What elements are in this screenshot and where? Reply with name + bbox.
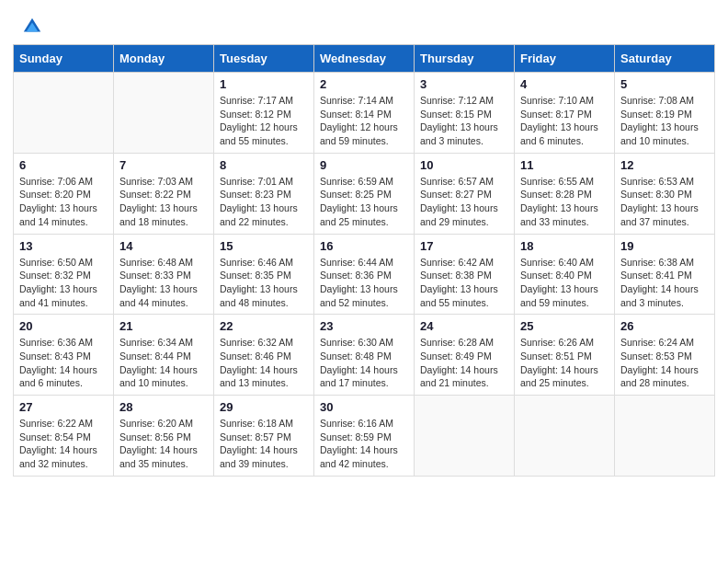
day-detail: Sunrise: 6:26 AM Sunset: 8:51 PM Dayligh… bbox=[520, 336, 609, 390]
week-row-1: 1Sunrise: 7:17 AM Sunset: 8:12 PM Daylig… bbox=[14, 73, 715, 154]
day-detail: Sunrise: 6:36 AM Sunset: 8:43 PM Dayligh… bbox=[19, 336, 108, 390]
day-detail: Sunrise: 6:44 AM Sunset: 8:36 PM Dayligh… bbox=[320, 256, 408, 310]
day-number: 27 bbox=[19, 400, 108, 414]
calendar-cell: 10Sunrise: 6:57 AM Sunset: 8:27 PM Dayli… bbox=[415, 153, 515, 234]
day-detail: Sunrise: 6:50 AM Sunset: 8:32 PM Dayligh… bbox=[19, 256, 108, 310]
calendar-cell: 5Sunrise: 7:08 AM Sunset: 8:19 PM Daylig… bbox=[615, 73, 715, 154]
week-row-2: 6Sunrise: 7:06 AM Sunset: 8:20 PM Daylig… bbox=[14, 153, 715, 234]
day-number: 11 bbox=[520, 158, 609, 172]
calendar-cell: 30Sunrise: 6:16 AM Sunset: 8:59 PM Dayli… bbox=[314, 396, 415, 477]
day-detail: Sunrise: 7:01 AM Sunset: 8:23 PM Dayligh… bbox=[220, 175, 308, 229]
calendar-cell bbox=[14, 73, 114, 154]
calendar-cell: 15Sunrise: 6:46 AM Sunset: 8:35 PM Dayli… bbox=[214, 234, 314, 315]
day-number: 7 bbox=[119, 158, 208, 172]
calendar-cell: 7Sunrise: 7:03 AM Sunset: 8:22 PM Daylig… bbox=[114, 153, 214, 234]
calendar-cell: 12Sunrise: 6:53 AM Sunset: 8:30 PM Dayli… bbox=[615, 153, 715, 234]
day-number: 19 bbox=[620, 239, 709, 253]
calendar-cell: 13Sunrise: 6:50 AM Sunset: 8:32 PM Dayli… bbox=[14, 234, 114, 315]
day-detail: Sunrise: 6:42 AM Sunset: 8:38 PM Dayligh… bbox=[420, 256, 508, 310]
calendar-cell bbox=[415, 396, 515, 477]
day-number: 6 bbox=[19, 158, 108, 172]
week-row-5: 27Sunrise: 6:22 AM Sunset: 8:54 PM Dayli… bbox=[14, 396, 715, 477]
calendar-header-row: SundayMondayTuesdayWednesdayThursdayFrid… bbox=[14, 45, 715, 73]
day-detail: Sunrise: 6:38 AM Sunset: 8:41 PM Dayligh… bbox=[620, 256, 709, 310]
day-detail: Sunrise: 6:24 AM Sunset: 8:53 PM Dayligh… bbox=[620, 336, 709, 390]
page-header bbox=[0, 0, 728, 44]
day-number: 21 bbox=[119, 319, 208, 333]
calendar-cell: 24Sunrise: 6:28 AM Sunset: 8:49 PM Dayli… bbox=[415, 315, 515, 396]
day-detail: Sunrise: 6:40 AM Sunset: 8:40 PM Dayligh… bbox=[520, 256, 609, 310]
calendar-cell: 6Sunrise: 7:06 AM Sunset: 8:20 PM Daylig… bbox=[14, 153, 114, 234]
calendar-cell: 22Sunrise: 6:32 AM Sunset: 8:46 PM Dayli… bbox=[214, 315, 314, 396]
calendar-cell: 25Sunrise: 6:26 AM Sunset: 8:51 PM Dayli… bbox=[515, 315, 615, 396]
day-header-sunday: Sunday bbox=[14, 45, 114, 73]
day-detail: Sunrise: 6:22 AM Sunset: 8:54 PM Dayligh… bbox=[19, 417, 108, 471]
day-detail: Sunrise: 7:14 AM Sunset: 8:14 PM Dayligh… bbox=[320, 94, 408, 148]
day-number: 14 bbox=[119, 239, 208, 253]
calendar-cell: 26Sunrise: 6:24 AM Sunset: 8:53 PM Dayli… bbox=[615, 315, 715, 396]
week-row-3: 13Sunrise: 6:50 AM Sunset: 8:32 PM Dayli… bbox=[14, 234, 715, 315]
calendar-cell: 14Sunrise: 6:48 AM Sunset: 8:33 PM Dayli… bbox=[114, 234, 214, 315]
day-header-saturday: Saturday bbox=[615, 45, 715, 73]
calendar-cell: 1Sunrise: 7:17 AM Sunset: 8:12 PM Daylig… bbox=[214, 73, 314, 154]
day-number: 22 bbox=[220, 319, 308, 333]
day-number: 28 bbox=[119, 400, 208, 414]
calendar-cell: 11Sunrise: 6:55 AM Sunset: 8:28 PM Dayli… bbox=[515, 153, 615, 234]
day-header-thursday: Thursday bbox=[415, 45, 515, 73]
week-row-4: 20Sunrise: 6:36 AM Sunset: 8:43 PM Dayli… bbox=[14, 315, 715, 396]
day-number: 2 bbox=[320, 77, 408, 91]
day-number: 23 bbox=[320, 319, 408, 333]
logo bbox=[22, 17, 46, 37]
day-number: 8 bbox=[220, 158, 308, 172]
calendar-cell: 18Sunrise: 6:40 AM Sunset: 8:40 PM Dayli… bbox=[515, 234, 615, 315]
day-number: 13 bbox=[19, 239, 108, 253]
day-detail: Sunrise: 6:20 AM Sunset: 8:56 PM Dayligh… bbox=[119, 417, 208, 471]
day-number: 3 bbox=[420, 77, 508, 91]
day-header-monday: Monday bbox=[114, 45, 214, 73]
day-detail: Sunrise: 7:03 AM Sunset: 8:22 PM Dayligh… bbox=[119, 175, 208, 229]
day-number: 12 bbox=[620, 158, 709, 172]
day-number: 30 bbox=[320, 400, 408, 414]
calendar-cell: 19Sunrise: 6:38 AM Sunset: 8:41 PM Dayli… bbox=[615, 234, 715, 315]
day-number: 17 bbox=[420, 239, 508, 253]
day-number: 16 bbox=[320, 239, 408, 253]
day-number: 4 bbox=[520, 77, 609, 91]
logo-icon bbox=[22, 17, 42, 37]
day-number: 29 bbox=[220, 400, 308, 414]
calendar-cell: 8Sunrise: 7:01 AM Sunset: 8:23 PM Daylig… bbox=[214, 153, 314, 234]
calendar-cell: 27Sunrise: 6:22 AM Sunset: 8:54 PM Dayli… bbox=[14, 396, 114, 477]
day-number: 25 bbox=[520, 319, 609, 333]
day-detail: Sunrise: 6:16 AM Sunset: 8:59 PM Dayligh… bbox=[320, 417, 408, 471]
calendar-table: SundayMondayTuesdayWednesdayThursdayFrid… bbox=[13, 44, 715, 477]
day-detail: Sunrise: 7:12 AM Sunset: 8:15 PM Dayligh… bbox=[420, 94, 508, 148]
day-detail: Sunrise: 7:06 AM Sunset: 8:20 PM Dayligh… bbox=[19, 175, 108, 229]
calendar-cell: 20Sunrise: 6:36 AM Sunset: 8:43 PM Dayli… bbox=[14, 315, 114, 396]
day-number: 9 bbox=[320, 158, 408, 172]
calendar-cell: 9Sunrise: 6:59 AM Sunset: 8:25 PM Daylig… bbox=[314, 153, 415, 234]
day-detail: Sunrise: 6:59 AM Sunset: 8:25 PM Dayligh… bbox=[320, 175, 408, 229]
day-detail: Sunrise: 6:18 AM Sunset: 8:57 PM Dayligh… bbox=[220, 417, 308, 471]
day-header-wednesday: Wednesday bbox=[314, 45, 415, 73]
day-number: 5 bbox=[620, 77, 709, 91]
calendar-cell: 29Sunrise: 6:18 AM Sunset: 8:57 PM Dayli… bbox=[214, 396, 314, 477]
day-number: 24 bbox=[420, 319, 508, 333]
calendar-cell: 2Sunrise: 7:14 AM Sunset: 8:14 PM Daylig… bbox=[314, 73, 415, 154]
day-number: 15 bbox=[220, 239, 308, 253]
day-detail: Sunrise: 6:57 AM Sunset: 8:27 PM Dayligh… bbox=[420, 175, 508, 229]
day-detail: Sunrise: 7:08 AM Sunset: 8:19 PM Dayligh… bbox=[620, 94, 709, 148]
calendar-wrapper: SundayMondayTuesdayWednesdayThursdayFrid… bbox=[0, 44, 728, 489]
calendar-cell: 16Sunrise: 6:44 AM Sunset: 8:36 PM Dayli… bbox=[314, 234, 415, 315]
day-detail: Sunrise: 6:48 AM Sunset: 8:33 PM Dayligh… bbox=[119, 256, 208, 310]
calendar-cell: 3Sunrise: 7:12 AM Sunset: 8:15 PM Daylig… bbox=[415, 73, 515, 154]
day-number: 20 bbox=[19, 319, 108, 333]
day-number: 18 bbox=[520, 239, 609, 253]
day-detail: Sunrise: 7:10 AM Sunset: 8:17 PM Dayligh… bbox=[520, 94, 609, 148]
calendar-cell bbox=[615, 396, 715, 477]
day-detail: Sunrise: 6:46 AM Sunset: 8:35 PM Dayligh… bbox=[220, 256, 308, 310]
day-detail: Sunrise: 6:53 AM Sunset: 8:30 PM Dayligh… bbox=[620, 175, 709, 229]
calendar-cell bbox=[114, 73, 214, 154]
calendar-cell: 28Sunrise: 6:20 AM Sunset: 8:56 PM Dayli… bbox=[114, 396, 214, 477]
day-header-friday: Friday bbox=[515, 45, 615, 73]
day-detail: Sunrise: 6:55 AM Sunset: 8:28 PM Dayligh… bbox=[520, 175, 609, 229]
calendar-cell: 4Sunrise: 7:10 AM Sunset: 8:17 PM Daylig… bbox=[515, 73, 615, 154]
